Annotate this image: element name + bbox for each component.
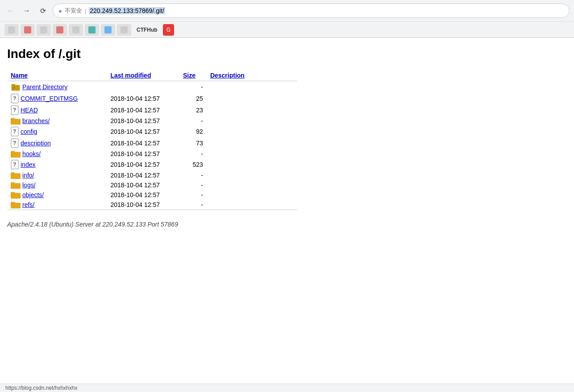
folder-icon xyxy=(11,181,21,189)
folder-icon xyxy=(11,191,21,199)
table-row: ? HEAD2018-10-04 12:5723 xyxy=(7,104,297,116)
file-icon-svg: ? xyxy=(11,94,19,103)
insecure-label: 不安全 xyxy=(65,7,82,15)
entry-link[interactable]: logs/ xyxy=(22,182,36,189)
bookmark-ctfhub-red[interactable]: G xyxy=(163,24,174,36)
entry-modified: 2018-10-04 12:57 xyxy=(107,170,179,180)
entry-modified: 2018-10-04 12:57 xyxy=(107,149,179,159)
entry-size: - xyxy=(179,170,207,180)
entry-link[interactable]: branches/ xyxy=(22,117,50,124)
col-modified-link[interactable]: Last modified xyxy=(110,72,151,79)
file-icon: ? xyxy=(11,105,19,115)
table-row: ? config2018-10-04 12:5792 xyxy=(7,126,297,137)
browser-chrome: ← → ⟳ ● 不安全 | 220.249.52.133:57869/.git/ xyxy=(0,0,574,38)
bookmark-1[interactable] xyxy=(4,24,19,36)
entry-modified: 2018-10-04 12:57 xyxy=(107,200,179,210)
entry-description xyxy=(207,200,297,210)
entry-link[interactable]: refs/ xyxy=(22,201,34,208)
col-header-name: Name xyxy=(7,70,107,81)
col-header-size: Size xyxy=(179,70,207,81)
back-button[interactable]: ← xyxy=(4,4,17,17)
lock-icon: ● xyxy=(58,8,62,14)
entry-modified: 2018-10-04 12:57 xyxy=(107,104,179,116)
reload-button[interactable]: ⟳ xyxy=(37,4,49,17)
entry-name-cell: hooks/ xyxy=(7,149,107,159)
entry-link[interactable]: HEAD xyxy=(21,107,38,114)
address-bar[interactable]: ● 不安全 | 220.249.52.133:57869/.git/ xyxy=(53,4,570,18)
entry-description xyxy=(207,190,297,200)
entry-size: - xyxy=(179,200,207,210)
entry-name-cell: ? index xyxy=(7,159,107,170)
entry-link[interactable]: objects/ xyxy=(22,191,44,198)
page-content: Index of /.git Name Last modified Size D… xyxy=(0,38,574,237)
entry-name-cell: objects/ xyxy=(7,190,107,200)
directory-table: Name Last modified Size Description ↑ Pa… xyxy=(7,70,297,214)
bookmark-icon-2 xyxy=(24,26,31,33)
url-text: 220.249.52.133:57869/.git/ xyxy=(89,7,165,14)
entry-description xyxy=(207,159,297,170)
bookmark-4[interactable] xyxy=(53,24,67,36)
col-size-link[interactable]: Size xyxy=(183,72,195,79)
entry-size: - xyxy=(179,190,207,200)
folder-icon-svg xyxy=(11,150,21,158)
file-icon-svg: ? xyxy=(11,127,19,136)
entry-modified: 2018-10-04 12:57 xyxy=(107,159,179,170)
col-header-modified: Last modified xyxy=(107,70,179,81)
table-row: ? description2018-10-04 12:5773 xyxy=(7,137,297,149)
svg-rect-14 xyxy=(11,151,15,153)
svg-rect-22 xyxy=(11,192,15,194)
bookmark-8[interactable] xyxy=(117,24,131,36)
entry-modified: 2018-10-04 12:57 xyxy=(107,126,179,137)
table-row: refs/2018-10-04 12:57- xyxy=(7,200,297,210)
entry-link[interactable]: hooks/ xyxy=(22,150,41,157)
parent-dir-icon: ↑ xyxy=(11,82,21,92)
svg-text:↑: ↑ xyxy=(13,86,15,91)
entry-name-cell: ? COMMIT_EDITMSG xyxy=(7,93,107,104)
folder-icon-svg xyxy=(11,171,21,179)
entry-link[interactable]: Parent Directory xyxy=(22,83,67,91)
file-icon-svg: ? xyxy=(11,160,19,169)
bookmark-ctfhub[interactable]: CTFHub xyxy=(133,24,161,36)
entry-description xyxy=(207,149,297,159)
entry-description xyxy=(207,137,297,149)
folder-icon xyxy=(11,150,21,158)
forward-button[interactable]: → xyxy=(21,4,33,17)
entry-name-cell: ↑ Parent Directory xyxy=(7,81,107,93)
bookmark-5[interactable] xyxy=(69,24,83,36)
bookmark-icon-1 xyxy=(8,26,15,33)
entry-link[interactable]: config xyxy=(21,128,37,135)
col-desc-link[interactable]: Description xyxy=(210,72,245,79)
entry-link[interactable]: info/ xyxy=(22,172,34,179)
entry-size: - xyxy=(179,81,207,93)
bookmark-6[interactable] xyxy=(85,24,99,36)
entry-name-cell: refs/ xyxy=(7,200,107,210)
bookmark-icon-3 xyxy=(40,26,47,33)
entry-size: 23 xyxy=(179,104,207,116)
entry-size: 523 xyxy=(179,159,207,170)
entry-link[interactable]: COMMIT_EDITMSG xyxy=(21,95,78,102)
entry-modified: 2018-10-04 12:57 xyxy=(107,190,179,200)
bookmark-icon-6 xyxy=(88,26,96,33)
bookmark-7[interactable] xyxy=(101,24,115,36)
entry-link[interactable]: description xyxy=(21,140,51,147)
svg-text:?: ? xyxy=(13,95,16,102)
entry-link[interactable]: index xyxy=(21,161,35,168)
browser-toolbar: ← → ⟳ ● 不安全 | 220.249.52.133:57869/.git/ xyxy=(0,0,574,21)
entry-description xyxy=(207,116,297,126)
svg-text:?: ? xyxy=(13,161,16,168)
table-row: objects/2018-10-04 12:57- xyxy=(7,190,297,200)
folder-icon-svg xyxy=(11,201,21,209)
bookmark-icon-8 xyxy=(121,26,128,33)
bookmark-icon-4 xyxy=(56,26,63,33)
entry-modified xyxy=(107,81,179,93)
entry-description xyxy=(207,126,297,137)
col-name-link[interactable]: Name xyxy=(11,72,28,79)
entry-name-cell: ? HEAD xyxy=(7,104,107,116)
folder-icon xyxy=(11,171,21,179)
bookmark-3[interactable] xyxy=(37,24,51,36)
file-icon: ? xyxy=(11,160,19,169)
entry-description xyxy=(207,170,297,180)
bookmark-icon-5 xyxy=(72,26,79,33)
bookmark-2[interactable] xyxy=(21,24,35,36)
table-footer xyxy=(7,210,297,214)
